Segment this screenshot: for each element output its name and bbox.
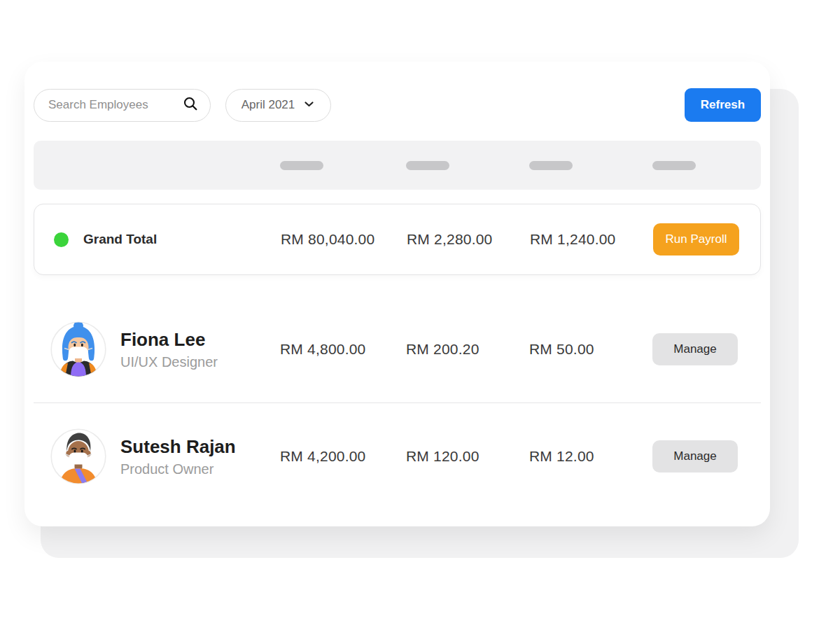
employee-value-1: RM 4,200.00 <box>280 448 406 465</box>
employee-value-3: RM 50.00 <box>529 341 652 358</box>
skeleton-column-header-1 <box>280 161 323 170</box>
employee-identity: Sutesh Rajan Product Owner <box>34 428 280 484</box>
employee-name-block: Sutesh Rajan Product Owner <box>120 435 236 477</box>
grand-total-label: Grand Total <box>83 232 157 247</box>
status-dot-icon <box>54 232 69 247</box>
refresh-button[interactable]: Refresh <box>685 88 761 122</box>
skeleton-column-header-4 <box>652 161 696 170</box>
employee-row-sutesh: Sutesh Rajan Product Owner RM 4,200.00 R… <box>34 403 761 510</box>
grand-total-value-2: RM 2,280.00 <box>407 231 530 248</box>
search-input[interactable] <box>48 98 182 112</box>
grand-total-row: Grand Total RM 80,040.00 RM 2,280.00 RM … <box>34 204 761 275</box>
toolbar: April 2021 Refresh <box>34 88 761 122</box>
employee-value-2: RM 120.00 <box>406 448 529 465</box>
month-dropdown[interactable]: April 2021 <box>225 89 331 122</box>
employee-name: Sutesh Rajan <box>120 435 236 458</box>
chevron-down-icon <box>303 98 315 112</box>
employee-name: Fiona Lee <box>120 328 218 351</box>
manage-button-fiona[interactable]: Manage <box>652 333 738 365</box>
employee-role: Product Owner <box>120 461 236 477</box>
run-payroll-button[interactable]: Run Payroll <box>653 223 739 255</box>
skeleton-column-header-3 <box>529 161 573 170</box>
employee-value-3: RM 12.00 <box>529 448 652 465</box>
employee-role: UI/UX Designer <box>120 354 218 370</box>
employee-value-1: RM 4,800.00 <box>280 341 406 358</box>
payroll-page: April 2021 Refresh Grand Total <box>0 0 840 630</box>
search-icon[interactable] <box>182 95 199 115</box>
employee-value-2: RM 200.20 <box>406 341 529 358</box>
employee-name-block: Fiona Lee UI/UX Designer <box>120 328 218 370</box>
employee-identity: Fiona Lee UI/UX Designer <box>34 321 280 377</box>
grand-total-label-cell: Grand Total <box>34 232 281 247</box>
search-field[interactable] <box>34 89 211 122</box>
employee-row-fiona: Fiona Lee UI/UX Designer RM 4,800.00 RM … <box>34 275 761 402</box>
avatar-fiona <box>50 321 106 377</box>
table-header-skeleton <box>34 141 761 190</box>
skeleton-column-header-2 <box>406 161 449 170</box>
avatar-sutesh <box>50 428 106 484</box>
manage-button-sutesh[interactable]: Manage <box>652 440 738 472</box>
month-dropdown-value: April 2021 <box>241 98 295 112</box>
grand-total-value-1: RM 80,040.00 <box>281 231 407 248</box>
grand-total-value-3: RM 1,240.00 <box>530 231 653 248</box>
payroll-card: April 2021 Refresh Grand Total <box>24 62 770 526</box>
